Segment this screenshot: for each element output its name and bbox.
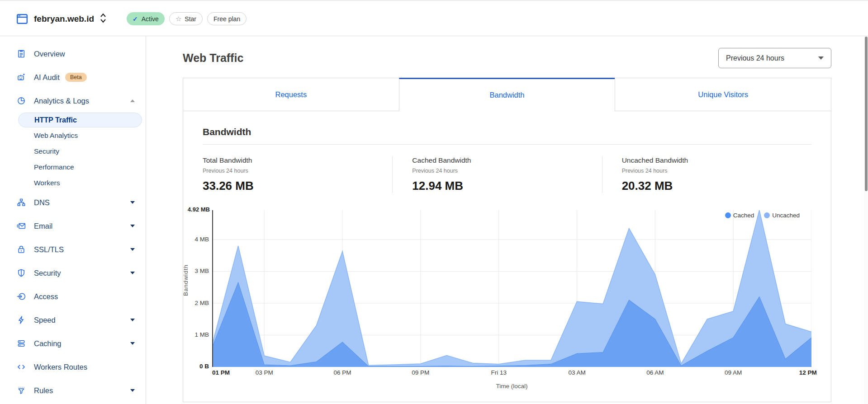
sidebar-subitem-http-traffic[interactable]: HTTP Traffic [18, 113, 142, 127]
sidebar-subitem-security[interactable]: Security [0, 143, 146, 159]
y-tick: 4 MB [194, 236, 209, 243]
sidebar-item-label: Workers Routes [34, 363, 87, 371]
expand-caret-icon [130, 389, 135, 392]
legend-dot-uncached [764, 212, 770, 218]
domain-switcher-icon[interactable] [100, 12, 107, 26]
sidebar-item-caching[interactable]: Caching [0, 332, 146, 355]
sidebar-item-overview[interactable]: Overview [0, 42, 146, 66]
legend-item-cached[interactable]: Cached [725, 212, 754, 219]
sidebar-item-access[interactable]: Access [0, 285, 146, 308]
x-tick: 06 AM [646, 369, 664, 376]
expand-caret-icon [130, 272, 135, 274]
star-icon: ☆ [175, 15, 181, 23]
legend-label: Cached [733, 212, 754, 219]
stat-label: Cached Bandwidth [412, 156, 602, 164]
stat-label: Total Bandwidth [203, 156, 392, 164]
sidebar-subitem-label: Performance [34, 163, 74, 171]
status-badge-label: Active [142, 15, 159, 23]
code-icon [17, 362, 26, 371]
expand-caret-icon [130, 342, 135, 345]
sidebar-item-dns[interactable]: DNS [0, 191, 146, 214]
section-title: Bandwidth [203, 127, 811, 137]
sidebar-item-workers-routes[interactable]: Workers Routes [0, 355, 146, 379]
sidebar-item-label: Email [34, 222, 52, 230]
stat-value: 12.94 MB [412, 179, 602, 193]
time-range-dropdown[interactable]: Previous 24 hours [718, 48, 831, 68]
pie-chart-icon [17, 96, 26, 105]
bandwidth-card: Bandwidth Total Bandwidth Previous 24 ho… [183, 111, 831, 402]
sidebar-item-speed[interactable]: Speed [0, 308, 146, 332]
tab-bandwidth[interactable]: Bandwidth [399, 78, 615, 111]
y-max-label: 4.92 MB [188, 206, 210, 213]
sidebar-item-label: Caching [34, 339, 62, 348]
stat-label: Uncached Bandwidth [622, 156, 811, 164]
stat-total-bandwidth: Total Bandwidth Previous 24 hours 33.26 … [203, 156, 392, 193]
dns-icon [17, 198, 26, 207]
sidebar-item-label: Access [34, 292, 58, 301]
chart-legend: Cached Uncached [715, 212, 800, 219]
stats-row: Total Bandwidth Previous 24 hours 33.26 … [203, 145, 811, 203]
y-tick: 1 MB [194, 331, 209, 338]
x-tick: 03 AM [568, 369, 585, 376]
y-axis-title: Bandwidth [182, 264, 189, 296]
stat-period: Previous 24 hours [622, 168, 811, 174]
sidebar-subitem-label: HTTP Traffic [34, 116, 77, 124]
sidebar-item-label: Analytics & Logs [34, 97, 89, 105]
email-icon [17, 221, 26, 230]
x-axis-title: Time (local) [212, 383, 811, 390]
expand-caret-icon [130, 201, 135, 204]
y-tick-zero: 0 B [199, 363, 209, 370]
time-range-value: Previous 24 hours [726, 54, 784, 62]
sidebar-item-ssl-tls[interactable]: SSL/TLS [0, 238, 146, 261]
vertical-scrollbar[interactable] [864, 36, 868, 404]
page: febryan.web.id ✓ Active ☆ Star Free plan… [0, 0, 868, 404]
expand-caret-icon [130, 319, 135, 321]
tab-unique-visitors[interactable]: Unique Visitors [615, 78, 831, 111]
lightning-icon [17, 315, 26, 324]
y-axis: 4.92 MB 4 MB 3 MB 2 MB 1 MB 0 B Bandwidt… [183, 210, 212, 367]
sidebar-item-rules[interactable]: Rules [0, 379, 146, 402]
expand-caret-icon [130, 248, 135, 251]
sidebar-item-email[interactable]: Email [0, 214, 146, 238]
sidebar-item-analytics-logs[interactable]: Analytics & Logs [0, 89, 146, 113]
expand-caret-icon [130, 225, 135, 227]
sidebar-item-security[interactable]: Security [0, 261, 146, 285]
legend-item-uncached[interactable]: Uncached [764, 212, 800, 219]
y-tick: 2 MB [194, 300, 209, 306]
x-tick: 03 PM [256, 369, 273, 376]
document-icon [17, 49, 26, 58]
plan-badge: Free plan [207, 12, 247, 25]
main-content: Web Traffic Previous 24 hours Requests B… [146, 36, 868, 404]
access-icon [17, 292, 26, 301]
star-button[interactable]: ☆ Star [169, 12, 203, 25]
lock-icon [17, 245, 26, 254]
sidebar-item-label: AI Audit [34, 73, 60, 82]
legend-label: Uncached [772, 212, 800, 219]
sidebar-subitem-performance[interactable]: Performance [0, 159, 146, 175]
page-title: Web Traffic [183, 48, 243, 65]
collapse-caret-icon [130, 99, 135, 102]
sidebar-subitem-label: Security [34, 147, 59, 155]
bandwidth-chart: 4.92 MB 4 MB 3 MB 2 MB 1 MB 0 B Bandwidt… [183, 210, 811, 390]
sidebar-item-ai-audit[interactable]: AI Audit Beta [0, 66, 146, 89]
sidebar-item-label: SSL/TLS [34, 245, 64, 254]
stat-uncached-bandwidth: Uncached Bandwidth Previous 24 hours 20.… [602, 156, 811, 193]
x-tick: 09 PM [412, 369, 429, 376]
chevron-down-icon [818, 56, 824, 60]
traffic-tabs: Requests Bandwidth Unique Visitors [183, 78, 831, 111]
funnel-icon [17, 386, 26, 395]
website-icon [17, 14, 28, 24]
sidebar: Overview AI Audit Beta Analytics & Logs … [0, 36, 146, 404]
sidebar-item-label: Security [34, 269, 61, 277]
stat-cached-bandwidth: Cached Bandwidth Previous 24 hours 12.94… [392, 156, 602, 193]
shield-icon [17, 268, 26, 277]
plan-badge-label: Free plan [213, 15, 240, 23]
sidebar-subitem-web-analytics[interactable]: Web Analytics [0, 127, 146, 143]
stat-period: Previous 24 hours [203, 168, 392, 174]
scrollbar-thumb[interactable] [865, 37, 868, 191]
check-icon: ✓ [133, 15, 138, 23]
tab-requests[interactable]: Requests [183, 78, 399, 111]
domain-name: febryan.web.id [34, 14, 94, 24]
sidebar-subitem-workers[interactable]: Workers [0, 175, 146, 191]
server-icon [17, 339, 26, 348]
